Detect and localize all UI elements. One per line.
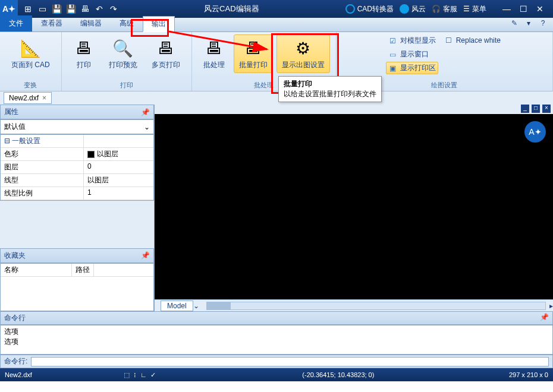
canvas-area: _ □ × A✦ Model ⌄ ▸ [155,105,553,311]
model-display-checkbox[interactable]: ☑对模型显示 [386,34,438,47]
status-icon-2[interactable]: ⫶ [133,371,137,379]
canvas-badge-icon[interactable]: A✦ [524,121,546,143]
tab-viewer[interactable]: 查看器 [32,15,71,31]
properties-grid: 一般设置 色彩以图层 图层0 线型以图层 线型比例1 [0,134,154,201]
tab-advanced[interactable]: 高级 [111,15,143,31]
saveall-icon[interactable]: 💾 [64,2,77,15]
status-icon-4[interactable]: ✓ [150,371,156,379]
fav-col-path[interactable]: 路径 [72,264,94,276]
app-title: 风云CAD编辑器 [124,4,340,14]
batch-print-button[interactable]: 🖶 批量打印 [234,34,273,73]
close-button[interactable]: ✕ [533,4,547,14]
plot-settings-icon: ⚙ [293,37,314,59]
model-tab[interactable]: Model [161,301,193,311]
tooltip-batch-print: 批量打印 以给走设置批量打印列表文件 [278,76,382,102]
titlebar-right: CAD转换器 风云 🎧客服 ☰菜单 — ☐ ✕ [340,4,553,14]
support-button[interactable]: 🎧客服 [432,4,457,14]
ribbon-tabs: 文件 查看器 编辑器 高级 输出 ✎ ▾ ? [0,18,553,32]
converter-icon [345,4,355,14]
properties-default-selector[interactable]: 默认值 ⌄ [0,119,154,134]
checkbox-icon: ☑ [388,36,398,46]
headset-icon: 🎧 [432,5,441,13]
statusbar: New2.dxf ⬚ ⫶ ∟ ✓ (-20.36415; 10.43823; 0… [0,368,553,381]
maximize-button[interactable]: ☐ [516,4,530,14]
page-to-cad-icon: 📐 [20,37,41,59]
print-icon: 🖶 [73,37,95,59]
tab-output[interactable]: 输出 [143,16,175,32]
tab-editor[interactable]: 编辑器 [71,15,111,31]
layout-dropdown-icon[interactable]: ⌄ [193,302,199,310]
status-icon-3[interactable]: ∟ [140,371,147,379]
page-to-cad-button[interactable]: 📐 页面到 CAD [6,34,55,73]
close-doc-icon[interactable]: × [42,94,46,102]
left-panel: 属性 📌 默认值 ⌄ 一般设置 色彩以图层 图层0 线型以图层 线型比例1 收藏… [0,105,155,311]
print-button[interactable]: 🖶 打印 [68,34,100,73]
status-filename: New2.dxf [5,371,124,378]
print-preview-button[interactable]: 🔍 打印预览 [103,34,143,73]
replace-white-checkbox[interactable]: ☐Replace white [442,34,503,46]
scrollbar-thumb[interactable] [207,302,231,309]
print-preview-icon: 🔍 [112,37,134,59]
prop-row-linetype[interactable]: 线型以图层 [1,174,153,187]
cad-converter-button[interactable]: CAD转换器 [345,4,394,14]
drawing-canvas[interactable]: A✦ [155,114,553,299]
minimize-button[interactable]: — [499,4,514,14]
fav-col-name[interactable]: 名称 [1,264,72,276]
command-input[interactable] [31,357,549,366]
help-icon[interactable]: ? [538,19,548,30]
status-icon-1[interactable]: ⬚ [124,371,130,379]
command-prompt-label: 命令行: [4,356,27,366]
pin-icon[interactable]: 📌 [141,251,150,260]
tab-file[interactable]: 文件 [0,15,32,31]
window-icon: ▭ [388,50,398,59]
print-qat-icon[interactable]: 🖶 [78,2,92,15]
command-header[interactable]: 命令行 📌 [0,311,553,325]
ribbon-group-convert: 📐 页面到 CAD 变换 [0,32,62,91]
command-input-row: 命令行: [0,355,553,368]
scroll-right-icon[interactable]: ▸ [549,302,553,310]
command-history: 选项 选项 [0,325,553,355]
pin-icon[interactable]: 📌 [540,313,549,323]
status-coords: (-20.36415; 10.43823; 0) [168,371,509,378]
display-window-button[interactable]: ▭显示窗口 [386,48,438,61]
batch-print-icon: 🖶 [243,37,264,59]
display-print-area-button[interactable]: ▣显示打印区 [386,62,438,74]
batch-button[interactable]: 🖶 批处理 [198,34,230,73]
properties-header[interactable]: 属性 📌 [0,105,154,119]
save-icon[interactable]: 💾 [50,2,63,15]
fengyun-button[interactable]: 风云 [400,4,426,14]
status-dimensions: 297 x 210 x 0 [509,371,548,378]
fengyun-icon [400,4,409,14]
menu-icon: ☰ [463,5,470,13]
collapse-ribbon-icon[interactable]: ▾ [523,19,534,30]
canvas-max-icon[interactable]: □ [532,105,540,113]
chevron-down-icon: ⌄ [144,123,150,131]
edit-toolbar-icon[interactable]: ✎ [509,19,520,30]
ribbon-group-print: 🖶 打印 🔍 打印预览 🖶 多页打印 打印 [62,32,192,91]
prop-row-color[interactable]: 色彩以图层 [1,148,153,161]
menu-button[interactable]: ☰菜单 [463,4,486,14]
redo-icon[interactable]: ↷ [107,2,120,15]
new-icon[interactable]: ⊞ [21,2,34,15]
multi-print-button[interactable]: 🖶 多页打印 [146,34,186,73]
favorites-header[interactable]: 收藏夹 📌 [0,248,154,263]
batch-icon: 🖶 [203,37,225,59]
prop-group-general[interactable]: 一般设置 [1,135,84,147]
document-tab-row: New2.dxf × [0,91,553,105]
model-row: Model ⌄ ▸ [155,299,553,311]
ribbon: 📐 页面到 CAD 变换 🖶 打印 🔍 打印预览 🖶 多页打印 打印 � [0,32,553,91]
pin-icon[interactable]: 📌 [141,108,150,116]
document-tab[interactable]: New2.dxf × [4,92,52,104]
plot-settings-button[interactable]: ⚙ 显示出图设置 [276,34,330,73]
horizontal-scrollbar[interactable] [206,302,546,310]
multi-print-icon: 🖶 [155,37,177,59]
prop-row-layer[interactable]: 图层0 [1,161,153,174]
canvas-close-icon[interactable]: × [542,105,551,113]
canvas-min-icon[interactable]: _ [521,105,529,113]
main-area: 属性 📌 默认值 ⌄ 一般设置 色彩以图层 图层0 线型以图层 线型比例1 收藏… [0,105,553,311]
quick-access-toolbar: ⊞ ▭ 💾 💾 🖶 ↶ ↷ [18,2,124,15]
open-icon[interactable]: ▭ [36,2,49,15]
prop-row-ltscale[interactable]: 线型比例1 [1,187,153,200]
undo-icon[interactable]: ↶ [93,2,106,15]
checkbox-icon: ☐ [444,36,454,45]
